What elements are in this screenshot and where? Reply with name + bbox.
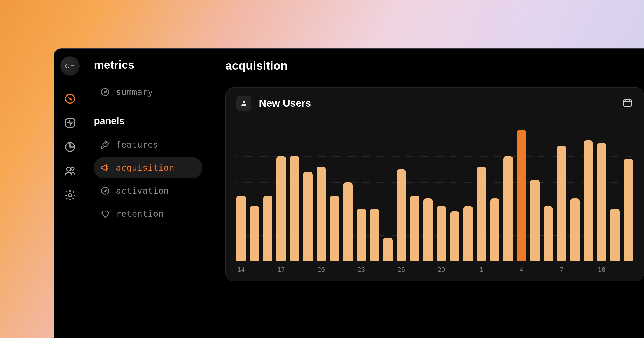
sidebar: metrics summary panels features acquisit…: [86, 49, 209, 338]
x-tick: 20: [317, 266, 326, 274]
chart-bar[interactable]: [450, 211, 459, 261]
x-tick: [610, 266, 620, 274]
avatar[interactable]: CH: [60, 56, 80, 76]
card-title: New Users: [259, 98, 311, 109]
x-tick: [463, 266, 473, 274]
chart-bar[interactable]: [236, 196, 246, 261]
chart-bar[interactable]: [517, 130, 526, 261]
sidebar-item-label: activation: [116, 186, 169, 196]
x-tick: [343, 266, 353, 274]
sidebar-item-acquisition[interactable]: acquisition: [94, 157, 202, 178]
svg-point-1: [69, 98, 71, 100]
sidebar-item-label: retention: [116, 209, 164, 219]
nav-dashboard-icon[interactable]: [64, 92, 76, 105]
compass-icon: [100, 87, 110, 97]
chart-bar[interactable]: [317, 167, 326, 261]
x-tick: [570, 266, 580, 274]
chart-bar[interactable]: [503, 156, 513, 261]
x-tick: 26: [397, 266, 406, 274]
chart-bar[interactable]: [437, 206, 446, 261]
x-tick: [330, 266, 339, 274]
new-users-card: New Users 14172023262914710: [225, 87, 644, 281]
svg-point-7: [106, 143, 107, 144]
app-window: CH metrics summary panels features: [54, 48, 644, 338]
svg-rect-10: [624, 100, 632, 107]
chart-bar[interactable]: [343, 182, 353, 261]
chart-bar[interactable]: [370, 209, 379, 261]
chart-bar[interactable]: [463, 206, 473, 261]
chart-area: 14172023262914710: [226, 119, 644, 281]
x-tick: 29: [437, 266, 446, 274]
x-tick: [490, 266, 500, 274]
chart-bar[interactable]: [570, 198, 580, 261]
chart-bar[interactable]: [410, 196, 419, 261]
chart-bar[interactable]: [276, 156, 286, 261]
chart-bar[interactable]: [290, 156, 299, 261]
svg-point-9: [243, 101, 245, 103]
chart-bar[interactable]: [490, 198, 500, 261]
x-tick: [450, 266, 459, 274]
chart-bar[interactable]: [303, 172, 313, 261]
sidebar-section-metrics: metrics: [94, 58, 202, 71]
x-tick: 14: [236, 266, 246, 274]
svg-point-4: [71, 167, 74, 170]
page-title: acquisition: [225, 59, 644, 72]
x-tick: 1: [477, 266, 486, 274]
rocket-icon: [100, 140, 110, 149]
chart-bar[interactable]: [530, 180, 540, 261]
svg-point-8: [102, 187, 109, 194]
chart-bars: [236, 130, 633, 261]
x-tick: [383, 266, 393, 274]
svg-point-5: [69, 194, 72, 197]
chart-bar[interactable]: [584, 140, 593, 261]
nav-activity-icon[interactable]: [64, 116, 76, 129]
chart-bar[interactable]: [544, 206, 553, 261]
nav-users-icon[interactable]: [64, 165, 76, 178]
chart-bar[interactable]: [397, 169, 406, 261]
svg-point-6: [102, 89, 109, 96]
x-tick: [303, 266, 313, 274]
sidebar-item-summary[interactable]: summary: [94, 82, 202, 102]
chart-bar[interactable]: [557, 146, 566, 261]
x-tick: [370, 266, 379, 274]
chart-bar[interactable]: [610, 209, 620, 261]
check-circle-icon: [100, 186, 110, 196]
chart-bar[interactable]: [357, 209, 366, 261]
x-tick: 4: [517, 266, 526, 274]
heart-icon: [100, 209, 110, 219]
card-header: New Users: [226, 88, 644, 119]
sidebar-section-panels: panels: [94, 115, 202, 127]
x-tick: [544, 266, 553, 274]
nav-settings-icon[interactable]: [64, 189, 76, 202]
nav-pie-icon[interactable]: [64, 141, 76, 153]
svg-point-3: [67, 167, 71, 171]
x-tick: [584, 266, 593, 274]
x-tick: 7: [557, 266, 566, 274]
chart-bar[interactable]: [477, 167, 486, 261]
chart-bar[interactable]: [330, 196, 339, 261]
x-tick: 10: [597, 266, 606, 274]
chart-bar[interactable]: [383, 238, 393, 261]
avatar-initials: CH: [65, 62, 75, 70]
x-tick: [423, 266, 433, 274]
chart-bar[interactable]: [624, 159, 633, 261]
sidebar-item-label: features: [116, 139, 158, 150]
user-icon: [236, 96, 251, 111]
chart-bar[interactable]: [423, 198, 433, 261]
sidebar-item-retention[interactable]: retention: [94, 203, 202, 224]
sidebar-item-activation[interactable]: activation: [94, 180, 202, 201]
sidebar-item-label: summary: [116, 87, 153, 97]
x-tick: [263, 266, 273, 274]
calendar-button[interactable]: [622, 97, 633, 109]
chart-bar[interactable]: [250, 206, 259, 261]
sidebar-item-features[interactable]: features: [94, 134, 202, 155]
x-tick: [250, 266, 259, 274]
x-tick: 23: [357, 266, 366, 274]
icon-rail: CH: [54, 49, 86, 338]
calendar-icon: [622, 97, 633, 108]
chart-x-axis: 14172023262914710: [236, 266, 633, 274]
chart-bar[interactable]: [263, 196, 273, 261]
chart-bar[interactable]: [597, 143, 606, 261]
x-tick: [530, 266, 540, 274]
x-tick: [290, 266, 299, 274]
